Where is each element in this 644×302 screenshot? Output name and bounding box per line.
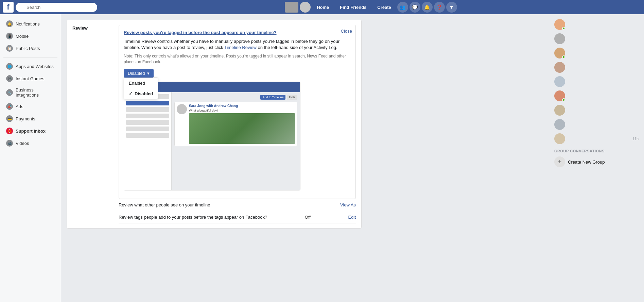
sidebar-item-ads[interactable]: 📣 Ads (1, 100, 59, 113)
dropdown-option-enabled[interactable]: Enabled (124, 78, 158, 88)
ts-post: Sara Jong with Andrew Chang What a beaut… (174, 102, 297, 146)
review-tags-row: Review tags people add to your posts bef… (119, 211, 356, 223)
ts-left-panel (124, 92, 172, 190)
topnav-center: Home Find Friends Create 👥 💬 🔔 ❓ ▼ (101, 2, 641, 13)
disabled-option-label: Disabled (135, 91, 153, 96)
find-friends-button[interactable]: Find Friends (335, 3, 371, 12)
dropdown-option-disabled[interactable]: ✓ Disabled (124, 88, 158, 99)
review-para1: Timeline Review controls whether you hav… (124, 38, 351, 51)
review-what-text: Review what other people see on your tim… (119, 202, 210, 207)
friend-avatar-5 (554, 90, 565, 101)
ts-body: Add to Timeline Hide Sara Jong with Andr… (124, 92, 300, 190)
business-integrations-icon: 🔧 (6, 89, 13, 96)
help-icon-btn[interactable]: ❓ (434, 2, 445, 13)
ts-nav-item-3 (126, 107, 169, 112)
review-content: Close Review posts you're tagged in befo… (119, 25, 356, 223)
view-as-link[interactable]: View As (340, 202, 356, 207)
off-status: Off (305, 215, 311, 220)
add-to-timeline-btn[interactable]: Add to Timeline (260, 95, 285, 100)
create-group-button[interactable]: + Create New Group (552, 154, 641, 169)
ts-nav-item-2 (126, 101, 169, 105)
notifications-icon-btn[interactable]: 🔔 (422, 2, 433, 13)
sidebar-item-payments[interactable]: 💳 Payments (1, 113, 59, 125)
online-dot-5 (562, 98, 565, 101)
sidebar-item-instant-games[interactable]: 🎮 Instant Games (1, 72, 59, 85)
mobile-icon: 📱 (6, 33, 13, 39)
people-icon-btn[interactable]: 👥 (397, 2, 408, 13)
ts-nav-item-6 (126, 127, 169, 131)
sidebar-item-support-inbox[interactable]: 🛟 Support Inbox (1, 125, 59, 137)
friend-avatar-2 (554, 48, 565, 58)
sidebar-label-payments: Payments (16, 116, 35, 121)
create-group-icon: + (554, 156, 565, 167)
friend-avatar-1 (554, 33, 565, 44)
hide-btn[interactable]: Hide (287, 95, 297, 100)
ts-post-content: Sara Jong with Andrew Chang What a beaut… (189, 104, 295, 144)
ts-post-text: What a beautiful day! (189, 109, 295, 112)
sidebar-item-business-integrations[interactable]: 🔧 Business Integrations (1, 85, 59, 100)
nav-cover-photo (285, 2, 298, 13)
friend-item-1[interactable] (552, 32, 641, 46)
edit-link[interactable]: Edit (348, 215, 356, 220)
friend-avatar-6 (554, 105, 565, 116)
timeline-review-link[interactable]: Timeline Review (224, 45, 257, 50)
online-dot-0 (562, 27, 565, 30)
sidebar-label-apps-websites: Apps and Websites (16, 64, 54, 69)
friend-item-3[interactable] (552, 61, 641, 74)
home-button[interactable]: Home (312, 3, 334, 12)
review-tags-text: Review tags people add to your posts bef… (119, 215, 267, 220)
ts-right-panel: Add to Timeline Hide Sara Jong with Andr… (172, 92, 300, 190)
friends-list: 11h (552, 18, 641, 146)
sidebar-label-videos: Videos (16, 141, 29, 146)
dropdown-menu: Enabled ✓ Disabled (124, 78, 158, 99)
friend-avatar-4 (554, 76, 565, 87)
friend-item-5[interactable] (552, 89, 641, 103)
sidebar-item-notifications[interactable]: 🔔 Notifications (1, 18, 59, 30)
nav-avatar[interactable] (300, 2, 311, 13)
sidebar-item-apps-websites[interactable]: 🌐 Apps and Websites (1, 60, 59, 72)
sidebar-divider-1 (3, 57, 57, 57)
sidebar: 🔔 Notifications 📱 Mobile 📋 Public Posts … (0, 14, 61, 302)
sidebar-label-business-integrations: Business Integrations (16, 87, 55, 98)
review-row: Review Close Review posts you're tagged … (67, 20, 361, 228)
create-button[interactable]: Create (372, 3, 396, 12)
review-title: Review posts you're tagged in before the… (124, 30, 351, 35)
friend-item-4[interactable] (552, 75, 641, 88)
search-wrap: 🔍 (16, 3, 97, 12)
ts-post-image (189, 113, 295, 144)
apps-websites-icon: 🌐 (6, 63, 13, 70)
review-label: Review (72, 25, 113, 31)
dropdown-wrap: Disabled ▾ Enabled ✓ Disabled (124, 69, 154, 78)
top-navigation: f 🔍 Home Find Friends Create 👥 💬 🔔 ❓ ▼ (0, 0, 644, 14)
review-section: Review Close Review posts you're tagged … (67, 20, 362, 229)
ads-icon: 📣 (6, 103, 13, 110)
more-icon-btn[interactable]: ▼ (446, 2, 457, 13)
close-button[interactable]: Close (341, 29, 352, 34)
friend-item-6[interactable] (552, 103, 641, 117)
friend-item-0[interactable] (552, 18, 641, 31)
sidebar-item-mobile[interactable]: 📱 Mobile (1, 30, 59, 42)
search-input[interactable] (16, 3, 97, 12)
group-conv-header: GROUP CONVERSATIONS (552, 146, 641, 154)
fb-logo[interactable]: f (3, 2, 14, 13)
public-posts-icon: 📋 (6, 45, 13, 52)
ts-nav-item-4 (126, 114, 169, 118)
instant-games-icon: 🎮 (6, 75, 13, 82)
sidebar-item-videos[interactable]: 📹 Videos (1, 137, 59, 149)
ts-post-avatar (177, 104, 187, 114)
friend-avatar-7 (554, 119, 565, 130)
support-inbox-icon: 🛟 (6, 128, 13, 134)
ts-post-name: Sara Jong with Andrew Chang (189, 104, 295, 108)
disabled-dropdown-btn[interactable]: Disabled ▾ (124, 69, 154, 78)
review-popup: Close Review posts you're tagged in befo… (119, 25, 356, 199)
sidebar-item-public-posts[interactable]: 📋 Public Posts (1, 42, 59, 54)
messenger-icon-btn[interactable]: 💬 (410, 2, 420, 13)
sidebar-label-support-inbox: Support Inbox (16, 129, 46, 134)
friend-item-2[interactable] (552, 46, 641, 60)
friend-item-7[interactable] (552, 118, 641, 131)
sidebar-label-ads: Ads (16, 104, 23, 109)
online-dot-2 (562, 55, 565, 58)
friend-avatar-0 (554, 19, 565, 30)
friend-item-8[interactable]: 11h (552, 132, 641, 146)
friend-time-8: 11h (632, 137, 639, 141)
